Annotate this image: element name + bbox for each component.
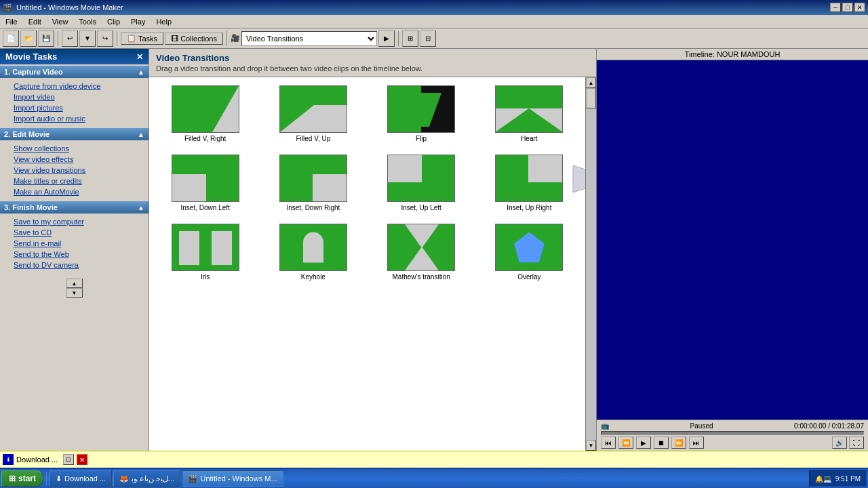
taskbar: ⊞ start ⬇ Download ... 🦊 ﻞﻴﺟ ﻦﻳﺎﻋ ﻮﺑ... … — [0, 468, 868, 488]
maximize-button[interactable]: □ — [842, 3, 853, 12]
prev-stop-button[interactable]: ⏹ — [654, 436, 669, 449]
preview-status-text: Paused — [690, 422, 713, 430]
taskbar-firefox-label: ﻞﻴﺟ ﻦﻳﺎﻋ ﻮﺑ... — [132, 474, 174, 483]
transition-label-heart: Heart — [521, 135, 537, 142]
undo-button[interactable]: ↩ — [62, 30, 78, 47]
transition-inset-down-left[interactable]: Inset, Down Left — [155, 152, 256, 214]
transition-inset-down-right[interactable]: Inset, Down Right — [262, 152, 363, 214]
transitions-dropdown[interactable]: Video Transitions Video Effects Collecti… — [241, 31, 377, 46]
taskbar-firefox[interactable]: 🦊 ﻞﻴﺟ ﻦﻳﺎﻋ ﻮﺑ... — [113, 470, 180, 487]
transition-mathews[interactable]: Mathew's transition — [371, 221, 472, 283]
panel-close-button[interactable]: ✕ — [136, 52, 143, 62]
transition-thumb-inset-ur — [495, 155, 563, 202]
taskbar-download-label: Download ... — [64, 474, 106, 483]
minimize-button[interactable]: ─ — [830, 3, 841, 12]
close-button[interactable]: ✕ — [854, 3, 865, 12]
new-project-button[interactable]: 📄 — [3, 30, 19, 47]
menu-play[interactable]: Play — [125, 16, 151, 27]
section-finish-label: 3. Finish Movie — [4, 203, 58, 211]
transition-flip[interactable]: Flip — [371, 83, 472, 145]
import-pictures-link[interactable]: Import pictures — [0, 102, 149, 113]
scrollbar-track[interactable] — [586, 88, 596, 440]
section-finish-content: Save to my computer Save to CD Send in e… — [0, 214, 149, 273]
transition-heart[interactable]: Heart — [479, 83, 580, 145]
prev-end-button[interactable]: ⏭ — [689, 436, 704, 449]
prev-volume-button[interactable]: 🔊 — [832, 436, 847, 449]
download-close-button[interactable]: ✕ — [77, 454, 87, 465]
collections-icon: 🎞 — [171, 35, 178, 43]
menu-edit[interactable]: Edit — [23, 16, 47, 27]
open-project-button[interactable]: 📂 — [20, 30, 37, 47]
make-automovie-link[interactable]: Make an AutoMovie — [0, 186, 149, 197]
save-project-button[interactable]: 💾 — [38, 30, 54, 47]
save-cd-link[interactable]: Save to CD — [0, 227, 149, 238]
transitions-header: Video Transitions Drag a video transitio… — [149, 49, 596, 77]
preview-seekbar[interactable] — [601, 431, 864, 435]
view-video-effects-link[interactable]: View video effects — [0, 154, 149, 165]
prev-back-button[interactable]: ⏪ — [618, 436, 633, 449]
dropdown-go-button[interactable]: ▶ — [378, 30, 395, 47]
scrollbar-thumb[interactable] — [586, 88, 596, 108]
capture-from-device-link[interactable]: Capture from video device — [0, 81, 149, 92]
collections-button[interactable]: 🎞 Collections — [165, 33, 223, 45]
taskbar-moviemaker[interactable]: 🎬 Untitled - Windows M... — [182, 470, 283, 487]
send-web-link[interactable]: Send to the Web — [0, 249, 149, 260]
transition-keyhole[interactable]: Keyhole — [262, 221, 363, 283]
preview-video — [597, 60, 868, 420]
import-audio-link[interactable]: Import audio or music — [0, 113, 149, 124]
transitions-description: Drag a video transition and drop it betw… — [156, 64, 589, 73]
tasks-icon: 📋 — [127, 34, 136, 43]
transition-label-iris: Iris — [201, 273, 210, 281]
scrollbar-down-button[interactable]: ▼ — [586, 440, 596, 451]
app-icon: 🎬 — [3, 3, 12, 12]
transition-thumb-filled-v-right — [172, 85, 239, 133]
download-label: Download ... — [16, 455, 58, 464]
menu-help[interactable]: Help — [151, 16, 177, 27]
main-area: Movie Tasks ✕ 1. Capture Video ▲ Capture… — [0, 49, 868, 451]
save-computer-link[interactable]: Save to my computer — [0, 216, 149, 227]
menu-clip[interactable]: Clip — [102, 16, 125, 27]
transition-overlay[interactable]: Overlay — [479, 221, 580, 283]
section-finish-header[interactable]: 3. Finish Movie ▲ — [0, 201, 149, 214]
transition-thumb-overlay — [495, 224, 563, 271]
transition-inset-up-right[interactable]: Inset, Up Right — [479, 152, 580, 214]
section-capture-header[interactable]: 1. Capture Video ▲ — [0, 66, 149, 78]
menu-file[interactable]: File — [0, 16, 23, 27]
import-video-link[interactable]: Import video — [0, 92, 149, 102]
transition-thumb-inset-ul — [387, 155, 455, 202]
prev-play-button[interactable]: ▶ — [636, 436, 651, 449]
menu-tools[interactable]: Tools — [73, 16, 102, 27]
scrollbar-up-button[interactable]: ▲ — [586, 77, 596, 88]
make-titles-link[interactable]: Make titles or credits — [0, 176, 149, 186]
transition-label-inset-dl: Inset, Down Left — [180, 204, 229, 211]
transition-filled-v-right[interactable]: Filled V, Right — [155, 83, 256, 145]
send-email-link[interactable]: Send in e-mail — [0, 238, 149, 249]
section-edit-header[interactable]: 2. Edit Movie ▲ — [0, 128, 149, 140]
taskbar-clock: 🔔💻 9:51 PM — [809, 470, 867, 487]
menu-view[interactable]: View — [47, 16, 74, 27]
panel-scroll-up[interactable]: ▲ — [66, 279, 83, 288]
prev-fullscreen-button[interactable]: ⛶ — [849, 436, 864, 449]
redo-button[interactable]: ↪ — [97, 30, 113, 47]
start-button[interactable]: ⊞ start — [1, 470, 43, 487]
transition-filled-v-up[interactable]: Filled V, Up — [262, 83, 363, 145]
panel-scroll-down[interactable]: ▼ — [66, 288, 83, 298]
drag-arrow — [566, 159, 585, 199]
section-edit-arrow: ▲ — [138, 131, 144, 138]
view-btn-1[interactable]: ⊞ — [402, 30, 418, 47]
download-restore[interactable]: ⊡ — [63, 454, 74, 465]
taskbar-download[interactable]: ⬇ Download ... — [50, 470, 112, 487]
send-dv-link[interactable]: Send to DV camera — [0, 260, 149, 270]
transition-inset-up-left[interactable]: Inset, Up Left — [371, 152, 472, 214]
prev-forward-button[interactable]: ⏩ — [671, 436, 686, 449]
prev-start-button[interactable]: ⏮ — [601, 436, 616, 449]
view-video-transitions-link[interactable]: View video transitions — [0, 165, 149, 176]
section-capture-content: Capture from video device Import video I… — [0, 78, 149, 127]
transition-iris[interactable]: Iris — [155, 221, 256, 283]
tasks-button[interactable]: 📋 Tasks — [121, 32, 163, 45]
download-bar: ⬇ Download ... ⊡ ✕ — [0, 451, 868, 468]
view-btn-2[interactable]: ⊟ — [420, 30, 436, 47]
undo-dropdown[interactable]: ▼ — [79, 30, 96, 47]
show-collections-link[interactable]: Show collections — [0, 143, 149, 154]
download-icon: ⬇ — [3, 454, 14, 465]
